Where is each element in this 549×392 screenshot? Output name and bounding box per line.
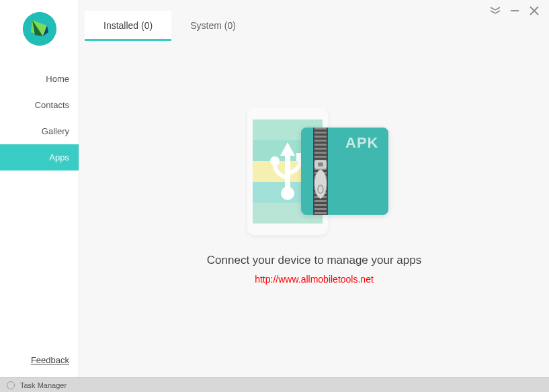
- svg-point-10: [270, 156, 280, 166]
- window-controls: [490, 5, 540, 16]
- sidebar-item-gallery[interactable]: Gallery: [0, 118, 79, 144]
- apk-label: APK: [345, 134, 378, 152]
- close-icon[interactable]: [529, 5, 540, 16]
- sidebar-item-home[interactable]: Home: [0, 66, 79, 92]
- task-manager-icon: [7, 381, 15, 389]
- main-area: Home Contacts Gallery Apps Feedback: [0, 0, 549, 377]
- status-bar: Task Manager: [0, 377, 549, 392]
- feedback-label: Feedback: [31, 355, 69, 365]
- sidebar-spacer: [0, 170, 79, 348]
- sidebar-item-label: Gallery: [42, 126, 69, 136]
- apk-card-icon: APK: [301, 128, 388, 215]
- sidebar-item-label: Home: [46, 74, 69, 84]
- empty-state-message: Connect your device to manage your apps: [207, 254, 421, 267]
- tab-label: Installed (0): [103, 20, 153, 31]
- tab-installed[interactable]: Installed (0): [85, 11, 171, 41]
- svg-marker-9: [280, 142, 295, 156]
- zipper-pull-icon: [310, 160, 331, 200]
- task-manager-button[interactable]: Task Manager: [20, 381, 67, 389]
- content-area: Installed (0) System (0): [79, 0, 549, 377]
- tab-bar: Installed (0) System (0): [79, 0, 549, 41]
- feedback-link[interactable]: Feedback: [0, 348, 79, 377]
- tab-label: System (0): [190, 20, 236, 31]
- watermark-link: http://www.allmobiletools.net: [255, 274, 374, 285]
- sidebar-item-apps[interactable]: Apps: [0, 144, 79, 170]
- connect-device-illustration: APK: [241, 107, 388, 235]
- app-window: Home Contacts Gallery Apps Feedback: [0, 0, 549, 392]
- menu-dropdown-icon[interactable]: [490, 7, 501, 15]
- svg-rect-13: [318, 162, 323, 166]
- empty-state: APK Connect your devic: [79, 41, 549, 377]
- sidebar-item-label: Contacts: [35, 100, 69, 110]
- minimize-icon[interactable]: [510, 6, 519, 15]
- app-logo-icon: [23, 12, 56, 46]
- sidebar-item-label: Apps: [49, 152, 69, 162]
- tab-system[interactable]: System (0): [171, 11, 255, 41]
- sidebar: Home Contacts Gallery Apps Feedback: [0, 0, 79, 377]
- sidebar-item-contacts[interactable]: Contacts: [0, 92, 79, 118]
